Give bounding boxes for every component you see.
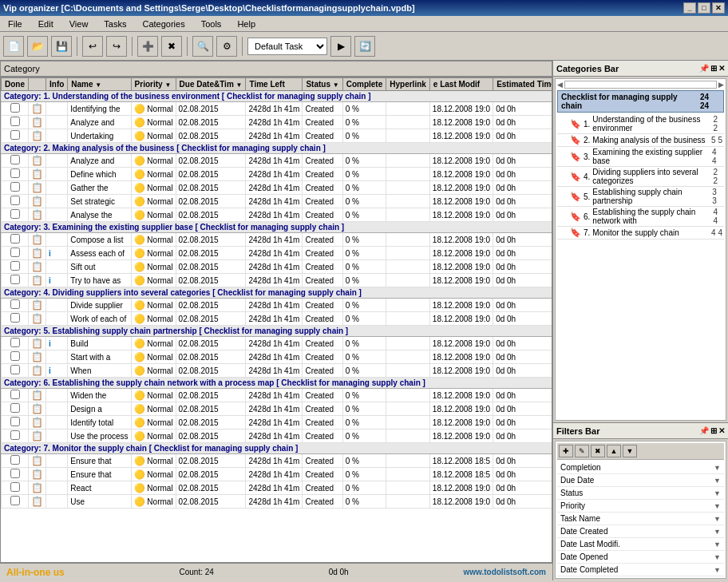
table-row[interactable]: 📋iTry to have as🟡 Normal02.08.20152428d … — [2, 274, 553, 287]
done-cell[interactable] — [2, 299, 29, 312]
filter-del-btn[interactable]: ✖ — [591, 445, 605, 457]
done-cell[interactable] — [2, 402, 29, 416]
table-row[interactable]: 📋Compose a list🟡 Normal02.08.20152428d 1… — [2, 233, 553, 247]
table-row[interactable]: 📋Sift out🟡 Normal02.08.20152428d 1h 41mC… — [2, 260, 553, 274]
filter-restore-icon[interactable]: ⊞ — [710, 426, 717, 435]
table-row[interactable]: 📋Start with a🟡 Normal02.08.20152428d 1h … — [2, 350, 553, 364]
menu-tasks[interactable]: Tasks — [99, 18, 131, 30]
table-row[interactable]: 📋Undertaking🟡 Normal02.08.20152428d 1h 4… — [2, 129, 553, 143]
done-cell[interactable] — [2, 337, 29, 350]
done-cell[interactable] — [2, 364, 29, 378]
cat-main-item[interactable]: Checklist for managing supply chain 24 2… — [557, 90, 724, 113]
table-row[interactable]: 📋iAssess each of🟡 Normal02.08.20152428d … — [2, 247, 553, 260]
done-cell[interactable] — [2, 168, 29, 181]
table-row[interactable]: 📋iBuild🟡 Normal02.08.20152428d 1h 41mCre… — [2, 337, 553, 350]
col-priority[interactable]: Priority ▼ — [131, 78, 176, 91]
col-status[interactable]: Status ▼ — [303, 78, 342, 91]
table-row[interactable]: 📋Ensure that🟡 Normal02.08.20152428d 1h 4… — [2, 454, 553, 468]
col-name[interactable]: Name ▼ — [68, 78, 131, 91]
filter-up-btn[interactable]: ▲ — [607, 445, 621, 457]
cat-sub-item[interactable]: 🔖 4. Dividing suppliers into several cat… — [557, 167, 724, 187]
table-row[interactable]: 📋Set strategic🟡 Normal02.08.20152428d 1h… — [2, 195, 553, 208]
settings-button[interactable]: ⚙ — [216, 36, 237, 57]
done-cell[interactable] — [2, 430, 29, 443]
table-row[interactable]: 📋Define which🟡 Normal02.08.20152428d 1h … — [2, 168, 553, 181]
window-controls[interactable]: _ □ ✕ — [683, 2, 725, 14]
cat-sub-item[interactable]: 🔖 6. Establishing the supply chain netwo… — [557, 207, 724, 227]
filter-add-btn[interactable]: ✚ — [559, 445, 573, 457]
table-row[interactable]: 📋Work of each of🟡 Normal02.08.20152428d … — [2, 312, 553, 326]
filter-row[interactable]: Due Date ▼ — [557, 474, 724, 487]
go-button[interactable]: ▶ — [330, 36, 351, 57]
done-cell[interactable] — [2, 260, 29, 274]
menu-view[interactable]: View — [65, 18, 93, 30]
table-row[interactable]: 📋React🟡 Normal02.08.20152428d 1h 41mCrea… — [2, 481, 553, 495]
table-row[interactable]: 📋Design a🟡 Normal02.08.20152428d 1h 41mC… — [2, 402, 553, 416]
cat-restore-icon[interactable]: ⊞ — [710, 64, 717, 73]
filters-panel-icons[interactable]: 📌 ⊞ ✕ — [699, 426, 725, 435]
table-row[interactable]: 📋Use🟡 Normal02.08.20152428d 1h 41mCreate… — [2, 495, 553, 509]
done-cell[interactable] — [2, 495, 29, 509]
close-button[interactable]: ✕ — [712, 2, 725, 14]
undo-button[interactable]: ↩ — [82, 36, 103, 57]
cat-sub-item[interactable]: 🔖 7. Monitor the supply chain 4 4 — [557, 227, 724, 240]
filter-button[interactable]: 🔍 — [192, 36, 213, 57]
new-button[interactable]: 📄 — [3, 36, 24, 57]
done-cell[interactable] — [2, 274, 29, 287]
table-row[interactable]: 📋Use the process🟡 Normal02.08.20152428d … — [2, 430, 553, 443]
cat-sub-item[interactable]: 🔖 5. Establishing supply chain partnersh… — [557, 187, 724, 207]
done-cell[interactable] — [2, 181, 29, 195]
filter-row[interactable]: Date Completed ▼ — [557, 564, 724, 576]
table-row[interactable]: 📋Analyze and🟡 Normal02.08.20152428d 1h 4… — [2, 116, 553, 129]
open-button[interactable]: 📂 — [27, 36, 48, 57]
table-row[interactable]: 📋iWhen🟡 Normal02.08.20152428d 1h 41mCrea… — [2, 364, 553, 378]
done-cell[interactable] — [2, 350, 29, 364]
add-task-button[interactable]: ➕ — [137, 36, 158, 57]
task-type-dropdown[interactable]: Default Task — [247, 38, 327, 55]
col-due[interactable]: Due Date&Tim ▼ — [176, 78, 246, 91]
cat-sub-item[interactable]: 🔖 1. Understanding of the business envir… — [557, 114, 724, 134]
done-cell[interactable] — [2, 454, 29, 468]
filter-close-icon[interactable]: ✕ — [718, 426, 725, 435]
done-cell[interactable] — [2, 468, 29, 481]
done-cell[interactable] — [2, 208, 29, 222]
cat-sub-item[interactable]: 🔖 3. Examining the existing supplier bas… — [557, 147, 724, 167]
done-cell[interactable] — [2, 195, 29, 208]
menu-help[interactable]: Help — [232, 18, 260, 30]
done-cell[interactable] — [2, 116, 29, 129]
task-table-container[interactable]: Done Info Name ▼ Priority ▼ Due Date&Tim… — [0, 77, 552, 563]
menu-file[interactable]: File — [3, 18, 27, 30]
filter-row[interactable]: Task Name ▼ — [557, 513, 724, 525]
redo-button[interactable]: ↪ — [106, 36, 127, 57]
maximize-button[interactable]: □ — [698, 2, 710, 14]
filter-row[interactable]: Date Created ▼ — [557, 525, 724, 538]
table-row[interactable]: 📋Analyze and🟡 Normal02.08.20152428d 1h 4… — [2, 154, 553, 168]
done-cell[interactable] — [2, 154, 29, 168]
filter-down-btn[interactable]: ▼ — [623, 445, 637, 457]
done-cell[interactable] — [2, 481, 29, 495]
cat-sub-item[interactable]: 🔖 2. Making analysis of the business 5 5 — [557, 134, 724, 147]
done-cell[interactable] — [2, 416, 29, 430]
filter-row[interactable]: Completion ▼ — [557, 461, 724, 474]
filter-row[interactable]: Date Last Modifi. ▼ — [557, 538, 724, 551]
filter-edit-btn[interactable]: ✎ — [575, 445, 589, 457]
refresh-button[interactable]: 🔄 — [354, 36, 375, 57]
delete-button[interactable]: ✖ — [161, 36, 182, 57]
table-row[interactable]: 📋Identify total🟡 Normal02.08.20152428d 1… — [2, 416, 553, 430]
done-cell[interactable] — [2, 233, 29, 247]
done-cell[interactable] — [2, 129, 29, 143]
table-row[interactable]: 📋Analyse the🟡 Normal02.08.20152428d 1h 4… — [2, 208, 553, 222]
save-button[interactable]: 💾 — [51, 36, 72, 57]
categories-panel-icons[interactable]: 📌 ⊞ ✕ — [699, 64, 725, 73]
table-row[interactable]: 📋Gather the🟡 Normal02.08.20152428d 1h 41… — [2, 181, 553, 195]
done-cell[interactable] — [2, 102, 29, 116]
menu-tools[interactable]: Tools — [196, 18, 227, 30]
done-cell[interactable] — [2, 247, 29, 260]
cat-close-icon[interactable]: ✕ — [718, 64, 725, 73]
table-row[interactable]: 📋Ensure that🟡 Normal02.08.20152428d 1h 4… — [2, 468, 553, 481]
done-cell[interactable] — [2, 312, 29, 326]
done-cell[interactable] — [2, 389, 29, 402]
cat-pin-icon[interactable]: 📌 — [699, 64, 709, 73]
filter-row[interactable]: Status ▼ — [557, 487, 724, 500]
menu-edit[interactable]: Edit — [34, 18, 58, 30]
